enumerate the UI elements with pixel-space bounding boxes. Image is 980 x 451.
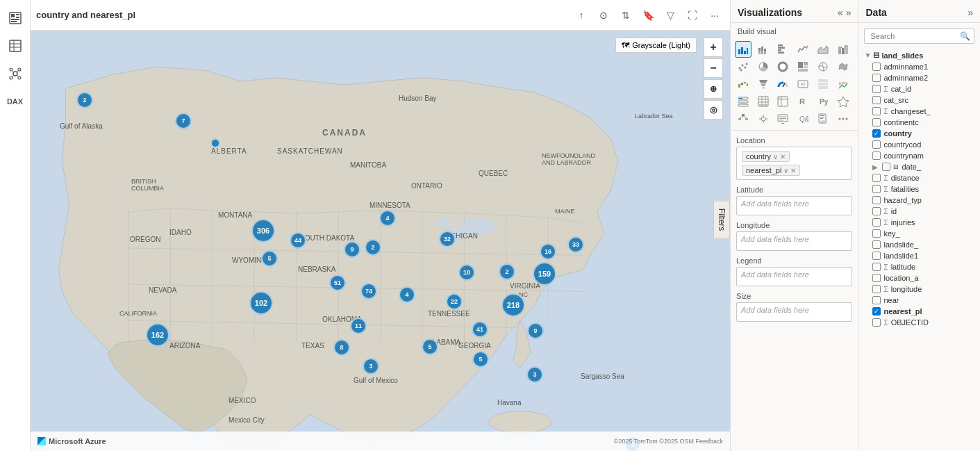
viz-stacked-column[interactable]	[755, 41, 772, 58]
checkbox-date[interactable]	[882, 163, 890, 171]
viz-more[interactable]	[835, 110, 852, 127]
data-item-nearest-pl[interactable]: ✓ nearest_pl	[861, 306, 977, 317]
cluster-5c[interactable]: 5	[472, 351, 489, 368]
checkbox-longitude[interactable]	[872, 285, 881, 293]
filter-btn[interactable]: ▽	[661, 6, 680, 25]
viz-qna[interactable]: Q&A	[795, 110, 811, 127]
cluster-162[interactable]: 162	[146, 323, 169, 347]
location-remove-country[interactable]: ∨	[773, 153, 778, 161]
viz-waterfall[interactable]	[735, 76, 751, 92]
cluster-9a[interactable]: 9	[344, 241, 360, 258]
data-item-latitude[interactable]: Σ latitude	[861, 261, 977, 272]
longitude-well-box[interactable]: Add data fields here	[736, 231, 852, 251]
sort-btn[interactable]: ⇅	[616, 6, 636, 25]
cluster-5a[interactable]: 5	[261, 250, 278, 267]
viz-gauge[interactable]	[774, 76, 791, 92]
viz-multi-row-card[interactable]	[815, 76, 831, 92]
checkbox-latitude[interactable]	[872, 263, 881, 271]
data-item-countrynam[interactable]: countrynam	[861, 150, 977, 161]
checkbox-near[interactable]	[872, 296, 881, 304]
data-item-adminname2[interactable]: adminname2	[861, 72, 977, 83]
focus-btn[interactable]: ⊙	[594, 6, 613, 25]
dax-icon[interactable]: DAX	[3, 89, 28, 114]
cluster-3b[interactable]: 3	[526, 366, 543, 383]
checkbox-country[interactable]: ✓	[872, 129, 881, 138]
cluster-4a[interactable]: 4	[379, 210, 396, 227]
checkbox-key[interactable]	[872, 229, 881, 238]
data-item-landslide[interactable]: landslide_	[861, 239, 977, 250]
data-item-longitude[interactable]: Σ longitude	[861, 284, 977, 295]
checkbox-location-a[interactable]	[872, 274, 881, 282]
data-item-distance[interactable]: Σ distance	[861, 172, 977, 183]
cluster-306[interactable]: 306	[251, 219, 275, 243]
viz-clustered-column[interactable]	[735, 41, 751, 58]
checkbox-landslide[interactable]	[872, 240, 881, 249]
data-item-adminname1[interactable]: adminname1	[861, 61, 977, 72]
table-view-icon[interactable]	[3, 33, 28, 58]
viz-line[interactable]	[795, 41, 811, 58]
checkbox-adminname1[interactable]	[872, 63, 881, 71]
checkbox-id[interactable]	[872, 207, 881, 215]
data-item-landslide1[interactable]: landslide1	[861, 250, 977, 261]
cluster-2b[interactable]: 2	[365, 239, 381, 256]
filters-tab[interactable]: Filters	[713, 201, 730, 239]
location-x-nearestpl[interactable]: ✕	[790, 167, 796, 174]
data-item-countrycod[interactable]: countrycod	[861, 139, 977, 150]
data-item-continentc[interactable]: continentc	[861, 117, 977, 128]
data-item-injuries[interactable]: Σ injuries	[861, 217, 977, 228]
viz-ribbon[interactable]	[835, 41, 852, 58]
data-item-cat-id[interactable]: Σ cat_id	[861, 83, 977, 95]
cluster-33[interactable]: 33	[567, 236, 584, 253]
checkbox-landslide1[interactable]	[872, 252, 881, 260]
cluster-41[interactable]: 41	[472, 321, 488, 338]
checkbox-countrynam[interactable]	[872, 151, 881, 160]
cluster-8[interactable]: 8	[333, 339, 350, 356]
viz-map[interactable]	[815, 58, 831, 75]
bookmark-btn[interactable]: 🔖	[638, 6, 658, 25]
data-item-near[interactable]: near	[861, 295, 977, 306]
viz-filled-map[interactable]	[835, 58, 852, 75]
cluster-2a[interactable]: 2	[76, 92, 93, 108]
viz-donut[interactable]	[774, 58, 791, 75]
cluster-7[interactable]: 7	[175, 113, 192, 129]
checkbox-changeset[interactable]	[872, 107, 881, 115]
data-item-hazard-typ[interactable]: hazard_typ	[861, 195, 977, 206]
data-item-date[interactable]: ▶ ⊟ date_	[861, 161, 977, 172]
data-search-input[interactable]	[864, 28, 974, 44]
location-field-nearestpl[interactable]: nearest_pl ∨ ✕	[742, 165, 800, 176]
checkbox-cat-id[interactable]	[872, 85, 881, 93]
fullscreen-btn[interactable]: ⛶	[683, 6, 702, 25]
viz-r-script[interactable]: R	[795, 93, 811, 110]
checkbox-continentc[interactable]	[872, 118, 881, 126]
data-item-key[interactable]: key_	[861, 228, 977, 239]
legend-well-box[interactable]: Add data fields here	[736, 267, 852, 286]
data-item-cat-src[interactable]: cat_src	[861, 95, 977, 106]
location-btn[interactable]: ◎	[704, 100, 723, 120]
location-field-country[interactable]: country ∨ ✕	[742, 151, 790, 162]
cluster-22[interactable]: 22	[446, 293, 463, 310]
viz-table[interactable]	[755, 93, 772, 110]
latitude-well-box[interactable]: Add data fields here	[736, 196, 852, 215]
viz-pie[interactable]	[755, 58, 772, 75]
checkbox-distance[interactable]	[872, 174, 881, 182]
model-icon[interactable]	[3, 61, 28, 86]
viz-expand-btn[interactable]: »	[846, 7, 852, 18]
data-expand-btn[interactable]: »	[967, 7, 973, 18]
checkbox-fatalities[interactable]	[872, 185, 881, 193]
viz-python[interactable]: Py	[815, 93, 831, 110]
report-icon[interactable]	[3, 6, 28, 31]
viz-decomp[interactable]	[735, 110, 751, 127]
move-up-btn[interactable]: ↑	[572, 6, 591, 25]
cluster-74[interactable]: 74	[360, 283, 377, 300]
checkbox-hazard-typ[interactable]	[872, 196, 881, 204]
checkbox-nearest-pl[interactable]: ✓	[872, 307, 881, 315]
cluster-44[interactable]: 44	[290, 232, 306, 249]
checkbox-cat-src[interactable]	[872, 96, 881, 104]
cluster-32[interactable]: 32	[439, 231, 456, 247]
cluster-11[interactable]: 11	[350, 318, 367, 334]
data-item-fatalities[interactable]: Σ fatalities	[861, 183, 977, 195]
zoom-out-btn[interactable]: −	[704, 58, 723, 78]
viz-clustered-bar[interactable]	[774, 41, 791, 58]
cluster-dot-wa[interactable]	[210, 138, 220, 148]
data-item-objectid[interactable]: Σ OBJECTID	[861, 317, 977, 328]
